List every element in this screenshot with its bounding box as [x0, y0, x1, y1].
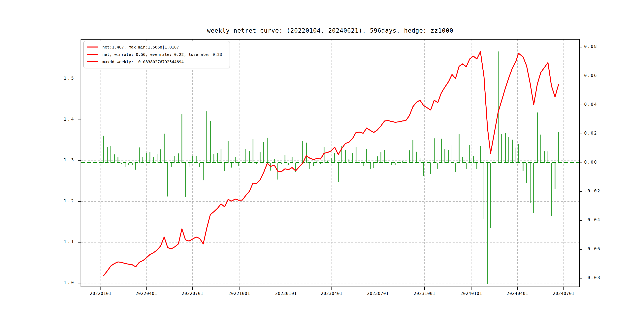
y-right-tick-label: -0.08 — [584, 275, 601, 280]
y-right-tick-label: 0.04 — [584, 102, 598, 107]
legend-line-marker — [87, 46, 98, 48]
y-right-tick-label: 0.00 — [584, 160, 598, 164]
y-right-tick-label: -0.06 — [584, 246, 601, 251]
legend-item: net, winrate: 0.56, evenrate: 0.22, lose… — [87, 51, 226, 58]
legend-item-label: net, winrate: 0.56, evenrate: 0.22, lose… — [102, 52, 222, 57]
y-left-tick-label: 1.0 — [43, 280, 75, 285]
x-tick-label: 20240101 — [450, 291, 493, 296]
y-left-tick-label: 1.1 — [43, 239, 75, 244]
y-right-tick-label: 0.06 — [584, 73, 598, 78]
y-left-tick-label: 1.5 — [43, 76, 75, 81]
legend-item-label: maxdd_weekly: -0.08380276792544694 — [102, 60, 184, 64]
y-left-tick-label: 1.3 — [43, 158, 75, 162]
x-tick-label: 20220401 — [124, 291, 168, 296]
legend-line-marker — [87, 54, 98, 55]
x-tick-label: 20231001 — [403, 291, 446, 296]
x-tick-label: 20221001 — [218, 291, 261, 296]
legend-item-label: net:1.487, max|min:1.5668|1.0187 — [102, 45, 179, 50]
x-tick-label: 20230701 — [356, 291, 400, 296]
legend-item: maxdd_weekly: -0.08380276792544694 — [87, 58, 226, 66]
legend-line-marker — [87, 61, 98, 62]
y-right-tick-label: -0.04 — [584, 218, 601, 222]
x-tick-label: 20240701 — [542, 291, 586, 296]
x-tick-label: 20230101 — [264, 291, 308, 296]
y-right-tick-label: 0.08 — [584, 44, 598, 49]
y-right-tick-label: 0.02 — [584, 131, 598, 136]
x-tick-label: 20240401 — [496, 291, 539, 296]
legend-item: net:1.487, max|min:1.5668|1.0187 — [87, 43, 226, 51]
x-tick-label: 20230401 — [310, 291, 354, 296]
legend: net:1.487, max|min:1.5668|1.0187 net, wi… — [83, 41, 230, 68]
x-tick-label: 20220701 — [171, 291, 214, 296]
y-left-tick-label: 1.2 — [43, 198, 75, 203]
chart-figure: weekly netret curve: (20220104, 20240621… — [0, 0, 644, 322]
x-tick-label: 20220101 — [79, 291, 123, 296]
y-right-tick-label: -0.02 — [584, 189, 601, 194]
y-left-tick-label: 1.4 — [43, 117, 75, 122]
